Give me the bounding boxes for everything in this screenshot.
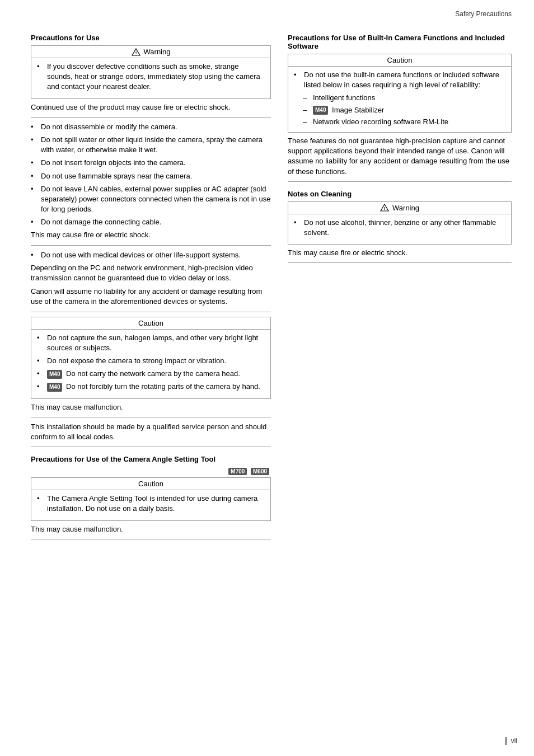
right-column: Precautions for Use of Built-In Camera F… (288, 34, 512, 544)
bullet-icon: • (37, 333, 45, 343)
list-item: • Do not expose the camera to strong imp… (37, 356, 265, 366)
m40-badge: M40 (47, 383, 62, 392)
left-column: Precautions for Use ! Warning • If you d… (31, 34, 271, 544)
m700-badge: M700 (228, 468, 247, 475)
bullet-icon: • (31, 217, 39, 227)
list-item: • Do not capture the sun, halogen lamps,… (37, 333, 265, 353)
caution-box-builtin: Caution • Do not use the built-in camera… (288, 54, 512, 133)
warning-body-cleaning: • Do not use alcohol, thinner, benzine o… (288, 214, 511, 244)
note-fire-shock-2: This may cause fire or electric shock. (31, 230, 271, 240)
page-title: Safety Precautions (455, 10, 512, 18)
divider (31, 447, 271, 447)
sub-list-item: – M40 Image Stabilizer (303, 105, 505, 115)
bullet-icon: • (294, 218, 302, 228)
item-text: Do not leave LAN cables, external power … (41, 184, 271, 215)
item-text: If you discover defective conditions suc… (47, 62, 265, 92)
list-item: • Do not use the built-in camera functio… (294, 70, 505, 90)
list-item: • Do not insert foreign objects into the… (31, 158, 271, 168)
sub-item-text: M40 Image Stabilizer (313, 105, 384, 115)
item-text: Do not use alcohol, thinner, benzine or … (304, 218, 505, 238)
camera-angle-title: Precautions for Use of the Camera Angle … (31, 455, 271, 463)
list-item: • The Camera Angle Setting Tool is inten… (37, 494, 265, 514)
note-fire-shock-1: Continued use of the product may cause f… (31, 102, 271, 112)
bullet-icon: • (31, 250, 39, 260)
sub-item-label: Image Stabilizer (332, 106, 384, 114)
warning-box-cleaning: ! Warning • Do not use alcohol, thinner,… (288, 201, 512, 245)
bullet-icon: • (37, 382, 45, 392)
note-malfunction-1: This may cause malfunction. (31, 402, 271, 412)
item-text: M40 Do not forcibly turn the rotating pa… (47, 382, 265, 392)
list-item: • M40 Do not carry the network camera by… (37, 369, 265, 379)
divider (31, 245, 271, 246)
item-text: Do not use flammable sprays near the cam… (41, 171, 271, 181)
item-text: Do not use with medical devices or other… (41, 250, 271, 260)
bullet-icon: • (31, 184, 39, 194)
sub-list-item: – Intelligent functions (303, 93, 505, 103)
note-installation: This installation should be made by a qu… (31, 422, 271, 442)
divider (288, 181, 512, 182)
warning-body: • If you discover defective conditions s… (31, 58, 270, 98)
bullet-icon: • (37, 356, 45, 366)
list-item: • Do not spill water or other liquid ins… (31, 135, 271, 155)
bullet-icon: • (37, 369, 45, 379)
item-text: Do not insert foreign objects into the c… (41, 158, 271, 168)
svg-text:!: ! (384, 206, 386, 211)
bullet-icon: • (31, 171, 39, 181)
list-item: • Do not damage the connecting cable. (31, 217, 271, 227)
dash-icon: – (303, 93, 311, 103)
caution-box-camera-angle: Caution • The Camera Angle Setting Tool … (31, 477, 271, 520)
warning-label-cleaning: Warning (392, 204, 419, 212)
divider (31, 117, 271, 118)
dash-icon: – (303, 105, 311, 115)
divider (288, 262, 512, 263)
badge-item-text: Do not forcibly turn the rotating parts … (66, 382, 260, 391)
caution-box-use: Caution • Do not capture the sun, haloge… (31, 317, 271, 399)
precautions-for-use-title: Precautions for Use (31, 34, 271, 42)
sub-item-text: Intelligent functions (313, 93, 375, 103)
warning-header-cleaning: ! Warning (288, 202, 511, 214)
list-item: • Do not disassemble or modify the camer… (31, 122, 271, 132)
svg-text:!: ! (135, 50, 137, 55)
caution-label-builtin: Caution (387, 56, 413, 64)
caution-header: Caution (31, 317, 270, 330)
warning-icon-cleaning: ! (380, 204, 389, 212)
bullet-icon: • (37, 62, 45, 72)
m600-badge: M600 (251, 468, 269, 475)
note-fire-shock-cleaning: This may cause fire or electric shock. (288, 248, 512, 258)
list-item: • If you discover defective conditions s… (37, 62, 265, 92)
bullet-icon: • (37, 494, 45, 504)
caution-label: Caution (138, 319, 163, 327)
note-pc-network: Depending on the PC and network environm… (31, 263, 271, 283)
bullets-group-1: • Do not disassemble or modify the camer… (31, 122, 271, 228)
m40-badge: M40 (47, 370, 62, 379)
caution-header-builtin: Caution (288, 54, 511, 67)
divider (31, 539, 271, 539)
bullet-icon: • (31, 135, 39, 145)
item-text: Do not use the built-in camera functions… (304, 70, 505, 90)
warning-box-use: ! Warning • If you discover defective co… (31, 45, 271, 99)
bullet-icon: • (294, 70, 302, 80)
warning-header: ! Warning (31, 46, 270, 58)
m40-badge: M40 (313, 106, 328, 115)
divider (31, 417, 271, 417)
warning-icon: ! (132, 48, 140, 56)
item-text: The Camera Angle Setting Tool is intende… (47, 494, 265, 514)
list-item: • Do not leave LAN cables, external powe… (31, 184, 271, 215)
dash-icon: – (303, 117, 311, 127)
list-item: • Do not use with medical devices or oth… (31, 250, 271, 260)
item-text: Do not spill water or other liquid insid… (41, 135, 271, 155)
caution-label-2: Caution (138, 480, 163, 488)
item-text: Do not capture the sun, halogen lamps, a… (47, 333, 265, 353)
warning-label: Warning (144, 48, 171, 56)
item-text: Do not disassemble or modify the camera. (41, 122, 271, 132)
bullet-icon: • (31, 158, 39, 168)
note-canon-liability: Canon will assume no liability for any a… (31, 287, 271, 307)
sub-item-text: Network video recording software RM-Lite (313, 117, 448, 127)
item-text: Do not damage the connecting cable. (41, 217, 271, 227)
list-item: • Do not use alcohol, thinner, benzine o… (294, 218, 505, 238)
notes-cleaning-title: Notes on Cleaning (288, 190, 512, 198)
caution-body-builtin: • Do not use the built-in camera functio… (288, 67, 511, 132)
note-malfunction-2: This may cause malfunction. (31, 524, 271, 534)
note-no-guarantee: These features do not guarantee high-pre… (288, 136, 512, 177)
divider (31, 312, 271, 312)
